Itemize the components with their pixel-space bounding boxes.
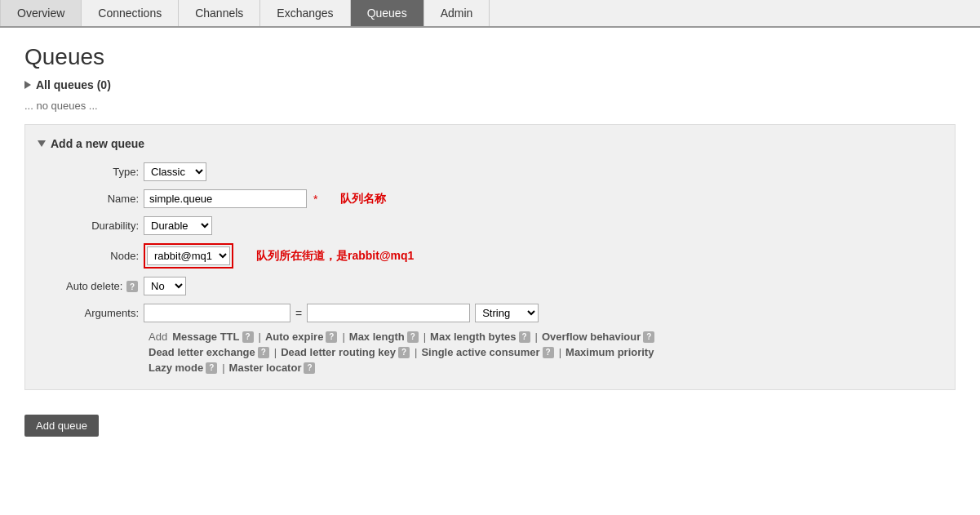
- name-annotation: 队列名称: [340, 192, 386, 206]
- page-title: Queues: [24, 44, 956, 70]
- dead-letter-exchange-help-icon[interactable]: ?: [258, 347, 269, 358]
- all-queues-row: All queues (0): [24, 78, 956, 91]
- link-lazy-mode[interactable]: Lazy mode: [149, 362, 203, 374]
- link-max-length[interactable]: Max length: [349, 331, 405, 343]
- max-length-help-icon[interactable]: ?: [407, 331, 419, 343]
- type-label: Type:: [113, 166, 139, 178]
- add-queue-button[interactable]: Add queue: [24, 415, 99, 437]
- node-select[interactable]: rabbit@mq1: [147, 246, 230, 265]
- link-master-locator[interactable]: Master locator: [229, 362, 302, 374]
- durability-control: Durable Transient: [144, 216, 212, 235]
- master-locator-help-icon[interactable]: ?: [304, 362, 315, 374]
- add-label: Add: [149, 331, 167, 343]
- name-input[interactable]: [144, 189, 307, 208]
- durability-label: Durability:: [91, 220, 139, 232]
- add-queue-section: Add a new queue Type: Classic Quorum: [24, 124, 956, 390]
- main-nav: Overview Connections Channels Exchanges …: [0, 0, 980, 28]
- no-queues-text: ... no queues ...: [24, 100, 956, 112]
- link-maximum-priority[interactable]: Maximum priority: [565, 346, 654, 358]
- lazy-mode-help-icon[interactable]: ?: [206, 362, 217, 374]
- nav-admin[interactable]: Admin: [424, 0, 490, 26]
- required-star: *: [313, 193, 317, 206]
- auto-delete-select[interactable]: No Yes: [144, 277, 186, 295]
- nav-queues[interactable]: Queues: [351, 0, 424, 26]
- arguments-value-input[interactable]: [307, 304, 470, 322]
- nav-channels[interactable]: Channels: [179, 0, 260, 26]
- arguments-label: Arguments:: [85, 307, 139, 319]
- link-overflow-behaviour[interactable]: Overflow behaviour: [542, 331, 641, 343]
- link-max-length-bytes[interactable]: Max length bytes: [430, 331, 516, 343]
- link-dead-letter-routing-key[interactable]: Dead letter routing key: [281, 346, 396, 358]
- section-toggle-icon[interactable]: [38, 140, 46, 147]
- node-annotation: 队列所在街道，是rabbit@mq1: [256, 249, 414, 264]
- message-ttl-help-icon[interactable]: ?: [242, 331, 254, 343]
- dead-letter-routing-key-help-icon[interactable]: ?: [398, 347, 410, 358]
- add-links-section: Add Message TTL ? | Auto expire ? | Max …: [46, 331, 942, 374]
- nav-overview[interactable]: Overview: [0, 0, 82, 26]
- nav-exchanges[interactable]: Exchanges: [260, 0, 350, 26]
- arguments-type-select[interactable]: String Number Boolean: [475, 304, 539, 322]
- node-label: Node:: [110, 250, 139, 262]
- single-active-consumer-help-icon[interactable]: ?: [543, 347, 554, 358]
- max-length-bytes-help-icon[interactable]: ?: [519, 331, 530, 343]
- link-message-ttl[interactable]: Message TTL: [172, 331, 239, 343]
- add-links-row3: Lazy mode ? | Master locator ?: [149, 362, 942, 374]
- name-label: Name:: [108, 193, 139, 205]
- type-control: Classic Quorum: [144, 162, 206, 181]
- all-queues-toggle-icon[interactable]: [24, 81, 31, 89]
- page-content: Queues All queues (0) ... no queues ... …: [0, 28, 980, 453]
- all-queues-label: All queues (0): [36, 78, 111, 91]
- auto-delete-control: No Yes: [144, 277, 186, 295]
- node-box: rabbit@mq1: [144, 243, 233, 269]
- auto-delete-help-icon[interactable]: ?: [126, 281, 138, 292]
- auto-expire-help-icon[interactable]: ?: [326, 331, 337, 343]
- section-header: Add a new queue: [38, 137, 942, 150]
- equals-sign: =: [295, 307, 302, 320]
- type-select[interactable]: Classic Quorum: [144, 162, 206, 181]
- link-single-active-consumer[interactable]: Single active consumer: [421, 346, 539, 358]
- link-auto-expire[interactable]: Auto expire: [265, 331, 324, 343]
- auto-delete-label: Auto delete:: [66, 280, 122, 292]
- add-links-row2: Dead letter exchange ? | Dead letter rou…: [149, 346, 942, 358]
- add-links-row1: Add Message TTL ? | Auto expire ? | Max …: [149, 331, 942, 343]
- overflow-help-icon[interactable]: ?: [643, 331, 654, 343]
- arguments-key-input[interactable]: [144, 304, 290, 322]
- link-dead-letter-exchange[interactable]: Dead letter exchange: [149, 346, 255, 358]
- section-title: Add a new queue: [51, 137, 144, 150]
- nav-connections[interactable]: Connections: [82, 0, 179, 26]
- durability-select[interactable]: Durable Transient: [144, 216, 212, 235]
